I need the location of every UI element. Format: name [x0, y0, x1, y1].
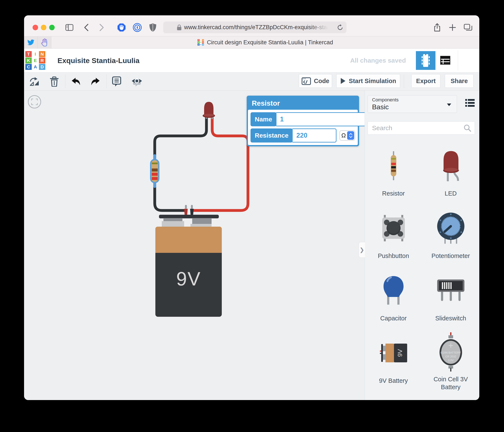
resistor-band-4	[152, 177, 158, 180]
active-tab[interactable]: TINKERCAD Circuit design Exquisite Stant…	[51, 37, 479, 48]
back-button[interactable]	[81, 22, 91, 33]
rotate-button[interactable]	[27, 72, 41, 91]
component-item-capacitor[interactable]: Capacitor	[365, 266, 422, 329]
forward-icon	[99, 24, 104, 31]
led-dome	[204, 102, 214, 116]
wire-red[interactable]	[191, 117, 248, 210]
component-item-resistor[interactable]: Resistor	[365, 142, 422, 204]
led-rim	[203, 114, 214, 117]
tinkercad-favicon: TINKERCAD	[198, 39, 204, 46]
delete-button[interactable]	[47, 72, 61, 91]
battery-terminal-left-top	[163, 218, 182, 221]
svg-text:COIN BATTERY: COIN BATTERY	[441, 351, 461, 354]
unit-stepper-icon	[347, 131, 354, 140]
svg-text:CR 2032: CR 2032	[445, 355, 456, 358]
address-bar[interactable]: www.tinkercad.com/things/eTZZBpDcCKm-exq…	[163, 21, 346, 33]
component-item-pushbutton[interactable]: Pushbutton	[365, 204, 422, 266]
reload-button[interactable]	[337, 24, 343, 31]
chip-icon	[421, 54, 431, 67]
wire-black[interactable]	[155, 117, 207, 210]
lock-icon	[177, 25, 181, 30]
logo-tile: E	[200, 41, 202, 43]
start-simulation-label: Start Simulation	[349, 77, 396, 85]
inspector-title: Resistor	[248, 97, 358, 110]
component-item-coin-cell[interactable]: COIN BATTERY CR 2032 3.0V Coin Cell 3V B…	[422, 329, 479, 391]
new-tab-button[interactable]	[447, 22, 458, 33]
logo-tile: D	[39, 64, 45, 70]
zoom-to-fit-button[interactable]	[28, 95, 41, 108]
start-simulation-button[interactable]: Start Simulation	[336, 74, 400, 88]
privacy-extension-button[interactable]	[148, 22, 158, 33]
zoom-window-button[interactable]	[49, 25, 55, 30]
component-label: Slideswitch	[435, 314, 466, 322]
component-item-9v-battery[interactable]: 9V 9V Battery	[365, 329, 422, 391]
forward-button[interactable]	[97, 22, 107, 33]
plug-tip-black	[191, 205, 193, 209]
led-component[interactable]	[203, 102, 215, 119]
window-controls	[33, 25, 55, 30]
circuit-canvas[interactable]: 9V Resistor Name	[24, 91, 365, 400]
component-label: Capacitor	[380, 314, 406, 322]
minimize-window-button[interactable]	[41, 25, 46, 30]
pinned-tab-hand[interactable]	[38, 37, 51, 48]
logo-tile: N	[202, 39, 204, 41]
components-category-dropdown[interactable]: Components Basic	[368, 95, 457, 113]
code-button[interactable]: Code	[299, 74, 332, 88]
logo-tile: C	[198, 44, 199, 46]
component-item-potentiometer[interactable]: Potentiometer	[422, 204, 479, 266]
redo-button[interactable]	[89, 72, 102, 91]
resistance-input[interactable]	[291, 128, 336, 142]
design-title[interactable]: Exquisite Stantia-Luulia	[57, 48, 139, 72]
sidebar-toggle-button[interactable]	[64, 22, 74, 33]
undo-button[interactable]	[69, 72, 83, 91]
resistor-component[interactable]	[151, 156, 159, 186]
resistance-label: Resistance	[251, 128, 293, 142]
edit-toolbar: Code Start Simulation Export Share	[24, 72, 479, 91]
component-label: LED	[445, 190, 457, 198]
component-inspector: Resistor Name Resistance Ω	[247, 96, 359, 146]
share-button[interactable]: Share	[445, 74, 474, 88]
component-label: Coin Cell 3V Battery	[426, 375, 476, 391]
unit-value: Ω	[340, 132, 347, 139]
notes-button[interactable]	[110, 72, 124, 91]
password-manager-extension-button[interactable]	[132, 22, 142, 33]
component-grid: Resistor LED	[365, 142, 479, 391]
export-button[interactable]: Export	[411, 74, 440, 88]
collapse-panel-button[interactable]: ❯	[359, 242, 365, 258]
pinned-tab-twitter[interactable]	[24, 37, 38, 48]
panel-list-view-button[interactable]	[464, 98, 476, 108]
potentiometer-icon	[437, 212, 465, 244]
name-input[interactable]	[275, 112, 370, 126]
tab-overview-button[interactable]	[463, 22, 473, 33]
battery-component[interactable]: 9V	[155, 215, 222, 317]
logo-tile: E	[32, 57, 38, 64]
toggle-notes-visibility-button[interactable]	[130, 72, 144, 91]
resistor-band-3	[152, 173, 158, 176]
category-value: Basic	[372, 103, 457, 111]
component-label: Potentiometer	[432, 252, 470, 260]
logo-tile: T	[25, 51, 32, 57]
tinkercad-logo[interactable]: TINKERCAD	[25, 51, 45, 70]
tab-overview-icon	[464, 24, 472, 31]
logo-tile: D	[202, 44, 204, 46]
save-status: All changes saved	[350, 48, 406, 72]
close-window-button[interactable]	[33, 25, 38, 30]
toolbar-divider-3	[404, 75, 404, 88]
component-item-led[interactable]: LED	[422, 142, 479, 204]
list-view-button[interactable]	[435, 51, 455, 70]
note-bubble-icon	[112, 76, 122, 87]
resistance-row: Resistance Ω	[251, 128, 355, 142]
unit-select[interactable]: Ω	[340, 130, 355, 141]
main-area: 9V Resistor Name	[24, 91, 479, 400]
inspector-body: Name Resistance Ω	[248, 110, 358, 145]
keyhole-ring-icon	[133, 23, 142, 32]
twitter-icon	[27, 39, 35, 46]
logo-tile: R	[39, 57, 45, 64]
logo-tile: A	[200, 44, 202, 46]
component-item-slideswitch[interactable]: Slideswitch	[422, 266, 479, 329]
circuit-view-button[interactable]	[416, 51, 435, 70]
search-input[interactable]	[368, 124, 464, 132]
reload-icon	[337, 24, 343, 31]
content-blocker-extension-button[interactable]	[117, 22, 127, 33]
share-page-button[interactable]	[432, 22, 442, 33]
